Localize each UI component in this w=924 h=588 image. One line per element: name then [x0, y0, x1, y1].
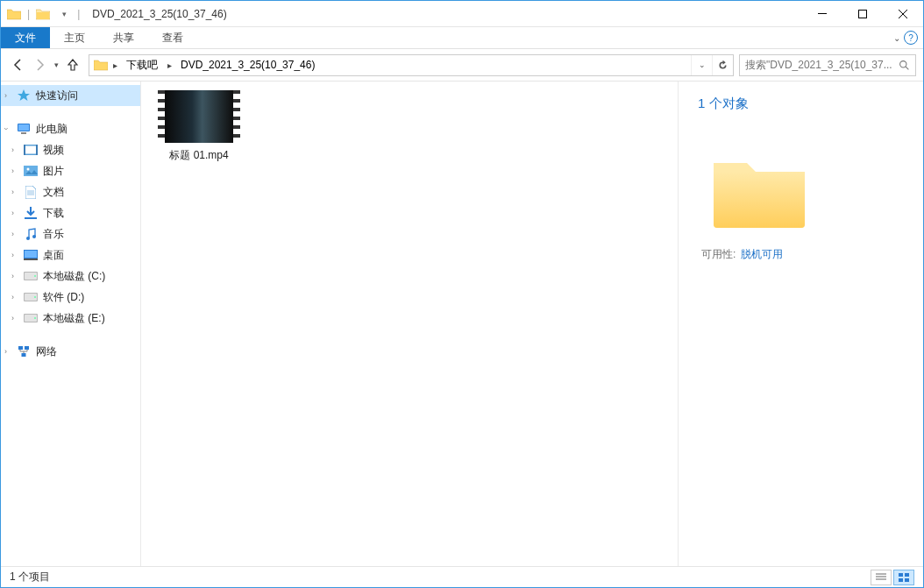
expand-icon[interactable]: › [11, 314, 14, 322]
breadcrumb-segment-1[interactable]: DVD_2021_3_25(10_37_46) [175, 55, 320, 75]
help-icon[interactable]: ? [904, 31, 918, 45]
svg-point-2 [900, 60, 906, 67]
prop-value: 脱机可用 [741, 247, 783, 262]
sidebar-item-videos[interactable]: › 视频 [1, 139, 140, 160]
svg-rect-32 [899, 578, 903, 582]
addr-dropdown-icon[interactable]: ⌄ [691, 55, 712, 75]
sidebar-item-drive-c[interactable]: › 本地磁盘 (C:) [1, 266, 140, 287]
expand-icon[interactable]: › [11, 293, 14, 301]
breadcrumb-segment-0[interactable]: 下载吧 [121, 55, 163, 75]
details-title: 1 个对象 [698, 96, 913, 112]
svg-rect-33 [905, 578, 909, 582]
file-item[interactable]: 标题 01.mp4 [146, 90, 252, 163]
folder-large-icon [707, 145, 812, 233]
svg-rect-31 [905, 573, 909, 577]
maximize-button[interactable] [842, 1, 883, 26]
addr-right: ⌄ [691, 55, 733, 75]
svg-point-14 [32, 235, 36, 238]
video-thumbnail [158, 90, 240, 143]
svg-rect-27 [18, 346, 23, 350]
document-icon [24, 185, 38, 199]
titlebar: | ▾ | DVD_2021_3_25(10_37_46) [1, 1, 923, 27]
back-button[interactable] [8, 54, 29, 75]
expand-icon[interactable]: › [11, 145, 14, 154]
sidebar-item-label: 桌面 [43, 248, 64, 263]
sidebar-item-pictures[interactable]: › 图片 [1, 160, 140, 181]
sidebar-this-pc[interactable]: › 此电脑 [1, 118, 140, 139]
file-tab[interactable]: 文件 [1, 27, 50, 48]
qat-dropdown-icon[interactable]: ▾ [54, 4, 74, 24]
svg-rect-29 [22, 353, 26, 357]
details-pane: 1 个对象 可用性: 脱机可用 [678, 81, 923, 566]
sidebar-item-music[interactable]: › 音乐 [1, 223, 140, 244]
sidebar-item-label: 软件 (D:) [43, 290, 84, 305]
sidebar-item-downloads[interactable]: › 下载 [1, 202, 140, 223]
icons-view-button[interactable] [893, 570, 914, 585]
expand-icon[interactable]: › [4, 91, 7, 100]
status-text: 1 个项目 [10, 570, 50, 584]
sidebar-network[interactable]: › 网络 [1, 341, 140, 362]
sidebar-item-drive-e[interactable]: › 本地磁盘 (E:) [1, 308, 140, 329]
prop-label: 可用性: [701, 247, 736, 262]
up-button[interactable] [62, 54, 83, 75]
ribbon-right: ⌄ ? [893, 31, 923, 45]
svg-point-11 [27, 168, 30, 171]
sidebar-quick-access[interactable]: › 快速访问 [1, 85, 140, 106]
svg-rect-9 [36, 145, 38, 155]
search-icon [899, 60, 910, 71]
svg-rect-4 [18, 124, 29, 131]
sidebar-item-label: 视频 [43, 143, 64, 158]
close-button[interactable] [883, 1, 923, 26]
statusbar: 1 个项目 [1, 566, 923, 587]
address-bar[interactable]: ▸ 下载吧 ▸ DVD_2021_3_25(10_37_46) ⌄ [89, 54, 734, 76]
tab-share[interactable]: 共享 [99, 27, 148, 48]
picture-icon [24, 164, 38, 178]
svg-rect-1 [859, 10, 867, 18]
window-title: DVD_2021_3_25(10_37_46) [92, 8, 226, 20]
folder-open-icon[interactable] [33, 4, 53, 24]
svg-rect-17 [24, 259, 38, 260]
quick-access-toolbar: | ▾ | [1, 4, 85, 24]
expand-icon[interactable]: › [11, 272, 14, 280]
window-controls [802, 1, 923, 26]
desktop-icon [24, 248, 38, 262]
recent-dropdown-icon[interactable]: ▾ [50, 54, 62, 75]
addr-root-chevron-icon[interactable]: ▸ [109, 60, 121, 70]
sidebar-item-label: 本地磁盘 (E:) [43, 311, 105, 326]
svg-rect-12 [25, 217, 37, 219]
availability-row: 可用性: 脱机可用 [701, 247, 913, 262]
sidebar-item-label: 快速访问 [36, 89, 78, 103]
video-icon [24, 143, 38, 157]
monitor-icon [17, 122, 31, 136]
svg-rect-5 [21, 132, 26, 134]
sidebar-item-documents[interactable]: › 文档 [1, 181, 140, 202]
tab-home[interactable]: 主页 [50, 27, 99, 48]
sidebar-item-label: 网络 [36, 344, 57, 359]
expand-icon[interactable]: › [11, 209, 14, 217]
sidebar-item-label: 下载 [43, 206, 64, 221]
expand-icon[interactable]: › [11, 166, 14, 175]
expand-icon[interactable]: › [11, 251, 14, 259]
sidebar-item-drive-d[interactable]: › 软件 (D:) [1, 287, 140, 308]
status-view-switcher [871, 570, 914, 585]
expand-icon[interactable]: › [11, 188, 14, 196]
search-input[interactable]: 搜索"DVD_2021_3_25(10_37... [739, 54, 916, 76]
tab-view[interactable]: 查看 [148, 27, 197, 48]
expand-icon[interactable]: › [4, 347, 7, 356]
addr-chevron-icon[interactable]: ▸ [163, 60, 175, 70]
music-icon [24, 227, 38, 241]
collapse-icon[interactable]: › [2, 128, 11, 131]
drive-icon [24, 290, 38, 304]
minimize-button[interactable] [802, 1, 842, 26]
sidebar-item-desktop[interactable]: › 桌面 [1, 244, 140, 266]
expand-ribbon-icon[interactable]: ⌄ [893, 33, 900, 43]
details-view-button[interactable] [871, 570, 892, 585]
expand-icon[interactable]: › [11, 230, 14, 238]
refresh-icon[interactable] [712, 55, 733, 75]
file-name: 标题 01.mp4 [146, 148, 252, 163]
addr-folder-icon [93, 59, 109, 71]
svg-rect-10 [24, 166, 38, 176]
forward-button[interactable] [29, 54, 50, 75]
file-grid[interactable]: 标题 01.mp4 [141, 81, 678, 566]
svg-rect-0 [818, 13, 827, 14]
